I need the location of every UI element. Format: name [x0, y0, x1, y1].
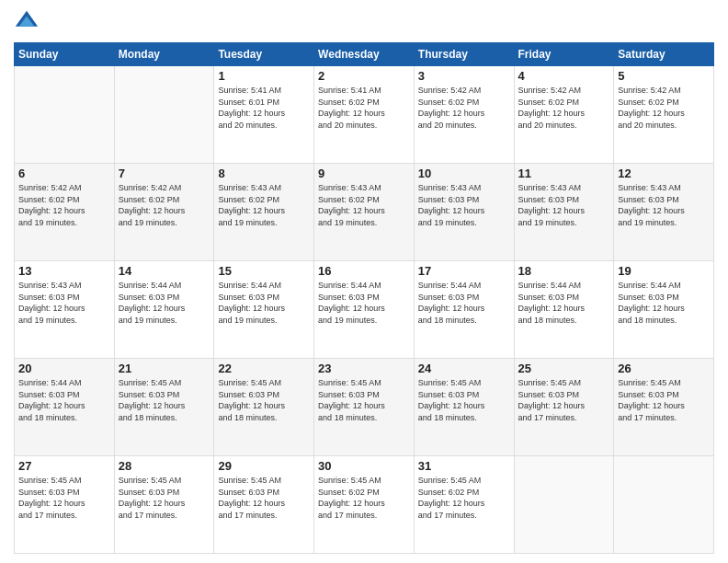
table-row: 10Sunrise: 5:43 AM Sunset: 6:03 PM Dayli… — [414, 164, 514, 261]
table-row: 8Sunrise: 5:43 AM Sunset: 6:02 PM Daylig… — [214, 164, 314, 261]
header — [14, 9, 714, 35]
table-row: 7Sunrise: 5:42 AM Sunset: 6:02 PM Daylig… — [114, 164, 214, 261]
col-wednesday: Wednesday — [314, 43, 415, 66]
calendar-week-row: 6Sunrise: 5:42 AM Sunset: 6:02 PM Daylig… — [15, 164, 714, 261]
day-number: 15 — [218, 264, 310, 278]
calendar-header-row: Sunday Monday Tuesday Wednesday Thursday… — [15, 43, 714, 66]
day-info: Sunrise: 5:43 AM Sunset: 6:02 PM Dayligh… — [318, 182, 410, 228]
table-row — [614, 456, 714, 554]
table-row: 31Sunrise: 5:45 AM Sunset: 6:02 PM Dayli… — [414, 456, 514, 554]
logo-icon — [14, 9, 40, 35]
day-number: 1 — [218, 69, 310, 83]
col-sunday: Sunday — [15, 43, 115, 66]
day-info: Sunrise: 5:43 AM Sunset: 6:02 PM Dayligh… — [218, 182, 310, 228]
col-monday: Monday — [114, 43, 214, 66]
day-number: 20 — [18, 362, 110, 375]
table-row: 1Sunrise: 5:41 AM Sunset: 6:01 PM Daylig… — [214, 66, 314, 164]
day-info: Sunrise: 5:42 AM Sunset: 6:02 PM Dayligh… — [518, 85, 610, 131]
day-info: Sunrise: 5:42 AM Sunset: 6:02 PM Dayligh… — [418, 85, 510, 131]
day-info: Sunrise: 5:45 AM Sunset: 6:02 PM Dayligh… — [318, 475, 410, 521]
day-number: 3 — [418, 69, 510, 83]
col-friday: Friday — [514, 43, 614, 66]
day-info: Sunrise: 5:41 AM Sunset: 6:02 PM Dayligh… — [318, 85, 410, 131]
calendar-week-row: 27Sunrise: 5:45 AM Sunset: 6:03 PM Dayli… — [15, 456, 714, 554]
logo — [14, 9, 43, 35]
calendar-week-row: 20Sunrise: 5:44 AM Sunset: 6:03 PM Dayli… — [15, 359, 714, 456]
table-row: 29Sunrise: 5:45 AM Sunset: 6:03 PM Dayli… — [214, 456, 314, 554]
day-number: 29 — [218, 459, 310, 473]
table-row: 23Sunrise: 5:45 AM Sunset: 6:03 PM Dayli… — [314, 359, 415, 456]
day-number: 8 — [218, 167, 310, 180]
day-number: 24 — [418, 362, 510, 375]
col-thursday: Thursday — [414, 43, 514, 66]
table-row: 28Sunrise: 5:45 AM Sunset: 6:03 PM Dayli… — [114, 456, 214, 554]
col-tuesday: Tuesday — [214, 43, 314, 66]
day-number: 26 — [618, 362, 710, 375]
table-row: 11Sunrise: 5:43 AM Sunset: 6:03 PM Dayli… — [514, 164, 614, 261]
table-row: 6Sunrise: 5:42 AM Sunset: 6:02 PM Daylig… — [15, 164, 115, 261]
table-row — [514, 456, 614, 554]
day-number: 5 — [618, 69, 710, 83]
day-number: 12 — [618, 167, 710, 180]
calendar-week-row: 1Sunrise: 5:41 AM Sunset: 6:01 PM Daylig… — [15, 66, 714, 164]
day-number: 25 — [518, 362, 610, 375]
day-number: 6 — [18, 167, 110, 180]
day-info: Sunrise: 5:43 AM Sunset: 6:03 PM Dayligh… — [418, 182, 510, 228]
day-number: 16 — [318, 264, 410, 278]
table-row: 13Sunrise: 5:43 AM Sunset: 6:03 PM Dayli… — [15, 261, 115, 359]
table-row: 5Sunrise: 5:42 AM Sunset: 6:02 PM Daylig… — [614, 66, 714, 164]
table-row: 2Sunrise: 5:41 AM Sunset: 6:02 PM Daylig… — [314, 66, 415, 164]
table-row: 17Sunrise: 5:44 AM Sunset: 6:03 PM Dayli… — [414, 261, 514, 359]
day-number: 31 — [418, 459, 510, 473]
day-info: Sunrise: 5:42 AM Sunset: 6:02 PM Dayligh… — [18, 182, 110, 228]
day-info: Sunrise: 5:45 AM Sunset: 6:03 PM Dayligh… — [119, 377, 210, 423]
day-info: Sunrise: 5:43 AM Sunset: 6:03 PM Dayligh… — [618, 182, 710, 228]
table-row: 14Sunrise: 5:44 AM Sunset: 6:03 PM Dayli… — [114, 261, 214, 359]
day-info: Sunrise: 5:44 AM Sunset: 6:03 PM Dayligh… — [218, 280, 310, 326]
table-row — [15, 66, 115, 164]
table-row: 18Sunrise: 5:44 AM Sunset: 6:03 PM Dayli… — [514, 261, 614, 359]
day-number: 28 — [119, 459, 210, 473]
day-number: 27 — [18, 459, 110, 473]
table-row: 20Sunrise: 5:44 AM Sunset: 6:03 PM Dayli… — [15, 359, 115, 456]
table-row: 22Sunrise: 5:45 AM Sunset: 6:03 PM Dayli… — [214, 359, 314, 456]
day-info: Sunrise: 5:45 AM Sunset: 6:02 PM Dayligh… — [418, 475, 510, 521]
day-number: 17 — [418, 264, 510, 278]
table-row: 19Sunrise: 5:44 AM Sunset: 6:03 PM Dayli… — [614, 261, 714, 359]
table-row: 15Sunrise: 5:44 AM Sunset: 6:03 PM Dayli… — [214, 261, 314, 359]
day-info: Sunrise: 5:43 AM Sunset: 6:03 PM Dayligh… — [518, 182, 610, 228]
day-number: 30 — [318, 459, 410, 473]
table-row: 12Sunrise: 5:43 AM Sunset: 6:03 PM Dayli… — [614, 164, 714, 261]
day-info: Sunrise: 5:41 AM Sunset: 6:01 PM Dayligh… — [218, 85, 310, 131]
day-number: 7 — [119, 167, 210, 180]
day-number: 13 — [18, 264, 110, 278]
table-row: 26Sunrise: 5:45 AM Sunset: 6:03 PM Dayli… — [614, 359, 714, 456]
day-info: Sunrise: 5:45 AM Sunset: 6:03 PM Dayligh… — [618, 377, 710, 423]
day-info: Sunrise: 5:44 AM Sunset: 6:03 PM Dayligh… — [318, 280, 410, 326]
day-info: Sunrise: 5:42 AM Sunset: 6:02 PM Dayligh… — [119, 182, 210, 228]
day-info: Sunrise: 5:44 AM Sunset: 6:03 PM Dayligh… — [618, 280, 710, 326]
table-row: 21Sunrise: 5:45 AM Sunset: 6:03 PM Dayli… — [114, 359, 214, 456]
day-info: Sunrise: 5:45 AM Sunset: 6:03 PM Dayligh… — [218, 475, 310, 521]
table-row: 25Sunrise: 5:45 AM Sunset: 6:03 PM Dayli… — [514, 359, 614, 456]
day-number: 19 — [618, 264, 710, 278]
table-row: 3Sunrise: 5:42 AM Sunset: 6:02 PM Daylig… — [414, 66, 514, 164]
day-info: Sunrise: 5:45 AM Sunset: 6:03 PM Dayligh… — [318, 377, 410, 423]
day-info: Sunrise: 5:45 AM Sunset: 6:03 PM Dayligh… — [18, 475, 110, 521]
col-saturday: Saturday — [614, 43, 714, 66]
table-row: 30Sunrise: 5:45 AM Sunset: 6:02 PM Dayli… — [314, 456, 415, 554]
table-row: 27Sunrise: 5:45 AM Sunset: 6:03 PM Dayli… — [15, 456, 115, 554]
day-number: 14 — [119, 264, 210, 278]
day-number: 22 — [218, 362, 310, 375]
day-info: Sunrise: 5:43 AM Sunset: 6:03 PM Dayligh… — [18, 280, 110, 326]
day-info: Sunrise: 5:45 AM Sunset: 6:03 PM Dayligh… — [218, 377, 310, 423]
table-row: 4Sunrise: 5:42 AM Sunset: 6:02 PM Daylig… — [514, 66, 614, 164]
day-info: Sunrise: 5:44 AM Sunset: 6:03 PM Dayligh… — [518, 280, 610, 326]
day-number: 23 — [318, 362, 410, 375]
day-number: 21 — [119, 362, 210, 375]
day-info: Sunrise: 5:44 AM Sunset: 6:03 PM Dayligh… — [418, 280, 510, 326]
table-row: 16Sunrise: 5:44 AM Sunset: 6:03 PM Dayli… — [314, 261, 415, 359]
calendar-week-row: 13Sunrise: 5:43 AM Sunset: 6:03 PM Dayli… — [15, 261, 714, 359]
day-info: Sunrise: 5:44 AM Sunset: 6:03 PM Dayligh… — [119, 280, 210, 326]
day-info: Sunrise: 5:45 AM Sunset: 6:03 PM Dayligh… — [518, 377, 610, 423]
